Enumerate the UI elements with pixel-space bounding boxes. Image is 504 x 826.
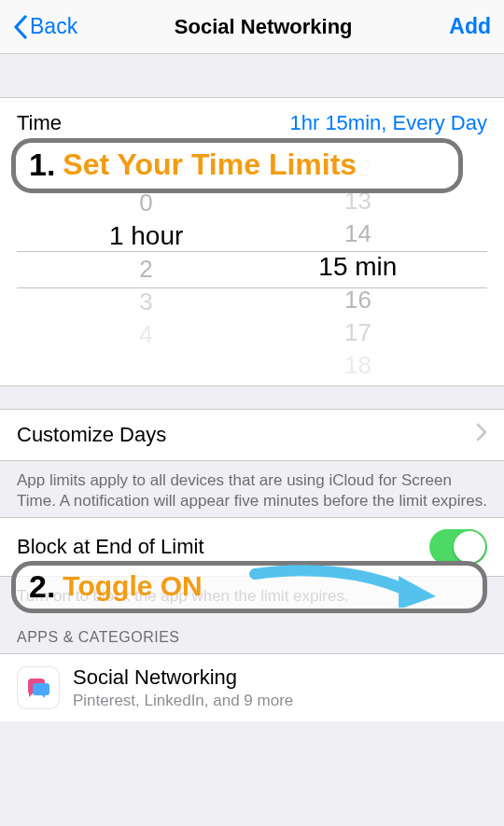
picker-item: 16 xyxy=(344,284,371,316)
picker-item: 13 xyxy=(344,185,371,217)
minute-picker-column[interactable]: 12 13 14 15 min 16 17 18 xyxy=(252,148,464,385)
chevron-left-icon xyxy=(13,15,28,39)
apps-section-header: APPS & CATEGORIES xyxy=(0,612,504,653)
spacer xyxy=(0,386,504,409)
picker-item: 12 xyxy=(344,152,371,185)
customize-days-label: Customize Days xyxy=(17,423,166,447)
block-at-end-toggle[interactable] xyxy=(429,529,487,565)
time-picker[interactable]: 0 1 hour 2 3 4 12 13 14 15 min 16 17 18 xyxy=(0,148,504,386)
social-networking-icon xyxy=(17,666,60,709)
customize-days-row[interactable]: Customize Days xyxy=(0,409,504,461)
picker-item: 4 xyxy=(139,318,152,351)
picker-item: 14 xyxy=(344,217,371,250)
block-at-end-row: Block at End of Limit xyxy=(0,517,504,577)
picker-item: 18 xyxy=(344,349,371,382)
chevron-right-icon xyxy=(476,423,487,447)
apps-category-title: Social Networking xyxy=(73,665,293,690)
picker-item: 2 xyxy=(139,253,152,286)
page-title: Social Networking xyxy=(175,15,353,39)
navigation-bar: Back Social Networking Add xyxy=(0,0,504,54)
time-value: 1hr 15min, Every Day xyxy=(289,111,487,135)
minute-selected: 15 min xyxy=(318,250,397,284)
hour-picker-column[interactable]: 0 1 hour 2 3 4 xyxy=(40,148,252,385)
spacer xyxy=(0,54,504,97)
block-at-end-label: Block at End of Limit xyxy=(17,535,204,559)
time-label: Time xyxy=(17,111,62,135)
time-row[interactable]: Time 1hr 15min, Every Day xyxy=(0,97,504,148)
picker-item: 3 xyxy=(139,286,152,318)
hour-selected: 1 hour xyxy=(109,219,183,253)
back-label: Back xyxy=(30,14,77,39)
apps-category-row[interactable]: Social Networking Pinterest, LinkedIn, a… xyxy=(0,653,504,721)
app-limits-note: App limits apply to all devices that are… xyxy=(0,461,504,517)
picker-item: 17 xyxy=(344,316,371,349)
apps-category-texts: Social Networking Pinterest, LinkedIn, a… xyxy=(73,665,293,710)
back-button[interactable]: Back xyxy=(13,14,77,39)
apps-category-subtitle: Pinterest, LinkedIn, and 9 more xyxy=(73,692,293,710)
toggle-knob xyxy=(454,531,485,563)
add-button[interactable]: Add xyxy=(449,14,491,39)
picker-item: 0 xyxy=(139,187,152,219)
block-note: Turn on to block the app when the limit … xyxy=(0,577,504,612)
